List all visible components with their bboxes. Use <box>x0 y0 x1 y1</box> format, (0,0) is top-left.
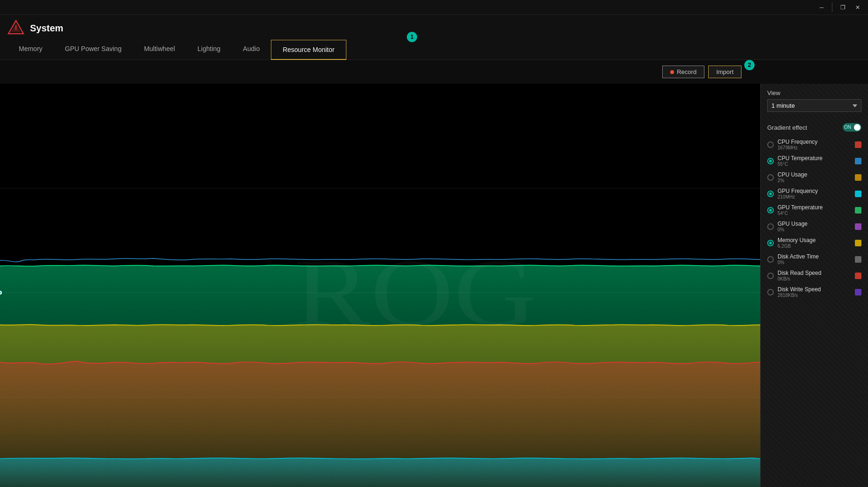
record-label: Record <box>677 68 696 75</box>
gradient-toggle[interactable]: ON <box>843 123 861 132</box>
metric-name-mem-usage: Memory Usage <box>778 237 851 244</box>
tab-audio[interactable]: Audio <box>232 39 271 59</box>
metric-value-cpu-freq: 1679MHz <box>778 145 851 150</box>
toolbar-row: Record Import <box>0 60 868 84</box>
metric-color-disk-active <box>855 256 861 263</box>
metric-info-disk-write: Disk Write Speed2818KB/s <box>778 286 851 298</box>
app-title-row: System <box>7 15 861 39</box>
metric-info-gpu-usage: GPU Usage0% <box>778 221 851 232</box>
minimize-button[interactable]: ─ <box>815 2 828 13</box>
restore-button[interactable]: ❐ <box>836 2 849 13</box>
metric-value-gpu-temp: 54°C <box>778 211 851 216</box>
metric-color-cpu-usage <box>855 174 861 181</box>
metric-value-disk-read: 0KB/s <box>778 276 851 281</box>
metric-info-gpu-freq: GPU Frequency210MHz <box>778 188 851 199</box>
tab-lighting[interactable]: Lighting <box>186 39 232 59</box>
right-panel: Settings View 1 minute 5 minutes 15 minu… <box>760 84 868 487</box>
metric-radio-cpu-temp[interactable] <box>767 158 774 164</box>
metric-name-disk-read: Disk Read Speed <box>778 270 851 276</box>
metric-color-cpu-temp <box>855 158 861 164</box>
metric-radio-disk-read[interactable] <box>767 273 774 279</box>
metric-radio-disk-active[interactable] <box>767 256 774 263</box>
chart-area: ROG 1 minute <box>0 84 760 487</box>
gradient-label: Gradient effect <box>767 124 807 131</box>
tab-resource-monitor[interactable]: Resource Monitor <box>271 40 346 60</box>
tab-multiwheel[interactable]: Multiwheel <box>133 39 186 59</box>
metric-color-gpu-freq <box>855 191 861 197</box>
metric-value-gpu-usage: 0% <box>778 227 851 232</box>
metric-value-disk-active: 0% <box>778 260 851 265</box>
view-select[interactable]: 1 minute 5 minutes 15 minutes 30 minutes <box>767 99 861 112</box>
metric-name-cpu-freq: CPU Frequency <box>778 139 851 145</box>
metric-info-cpu-freq: CPU Frequency1679MHz <box>778 139 851 150</box>
metric-radio-gpu-freq[interactable] <box>767 191 774 197</box>
window-controls: ─ ❐ ✕ <box>815 2 864 13</box>
metric-color-mem-usage <box>855 240 861 246</box>
main-layout: ROG 1 minute Settings View 1 minute 5 mi… <box>0 84 868 487</box>
metric-value-cpu-usage: 2% <box>778 178 851 183</box>
metric-row-cpu-usage: CPU Usage2% <box>767 169 861 185</box>
badge-2: 2 <box>744 60 755 70</box>
metric-color-cpu-freq <box>855 141 861 148</box>
metric-info-gpu-temp: GPU Temperature54°C <box>778 204 851 216</box>
toggle-thumb <box>854 124 861 131</box>
resource-chart: ROG <box>0 84 760 487</box>
metric-color-disk-read <box>855 273 861 279</box>
nav-tabs: Memory GPU Power Saving Multiwheel Light… <box>7 39 861 59</box>
rog-logo <box>7 20 24 37</box>
metric-name-disk-active: Disk Active Time <box>778 253 851 260</box>
titlebar-divider <box>832 2 832 12</box>
toggle-track[interactable]: ON <box>843 123 861 132</box>
record-button[interactable]: Record <box>662 66 704 78</box>
metric-radio-cpu-usage[interactable] <box>767 174 774 181</box>
metric-row-gpu-freq: GPU Frequency210MHz <box>767 185 861 202</box>
metric-radio-disk-write[interactable] <box>767 289 774 295</box>
metric-row-disk-active: Disk Active Time0% <box>767 251 861 267</box>
metric-color-gpu-temp <box>855 207 861 214</box>
metric-color-disk-write <box>855 289 861 295</box>
svg-text:ROG: ROG <box>294 239 537 346</box>
metric-info-cpu-usage: CPU Usage2% <box>778 171 851 183</box>
metric-info-cpu-temp: CPU Temperature55°C <box>778 155 851 167</box>
metric-name-gpu-temp: GPU Temperature <box>778 204 851 211</box>
panel-handle[interactable]: Settings <box>760 279 761 307</box>
badge-1: 1 <box>407 32 417 42</box>
metric-row-mem-usage: Memory Usage6.2GB <box>767 235 861 251</box>
metric-value-disk-write: 2818KB/s <box>778 293 851 298</box>
tab-memory[interactable]: Memory <box>7 39 54 59</box>
view-label: View <box>767 89 861 96</box>
import-button[interactable]: Import <box>708 66 741 78</box>
metric-value-cpu-temp: 55°C <box>778 162 851 167</box>
metric-row-cpu-temp: CPU Temperature55°C <box>767 153 861 169</box>
metric-radio-cpu-freq[interactable] <box>767 141 774 148</box>
metric-info-mem-usage: Memory Usage6.2GB <box>778 237 851 249</box>
metric-radio-gpu-usage[interactable] <box>767 223 774 230</box>
metric-row-gpu-temp: GPU Temperature54°C <box>767 202 861 218</box>
metric-value-gpu-freq: 210MHz <box>778 194 851 199</box>
metric-info-disk-active: Disk Active Time0% <box>778 253 851 265</box>
metric-radio-mem-usage[interactable] <box>767 240 774 246</box>
close-button[interactable]: ✕ <box>851 2 864 13</box>
metric-name-cpu-usage: CPU Usage <box>778 171 851 178</box>
metric-color-gpu-usage <box>855 223 861 230</box>
metric-name-disk-write: Disk Write Speed <box>778 286 851 293</box>
toggle-on-label: ON <box>844 125 851 130</box>
import-label: Import <box>716 68 733 75</box>
header: System Memory GPU Power Saving Multiwhee… <box>0 15 868 60</box>
metric-name-gpu-usage: GPU Usage <box>778 221 851 227</box>
metric-row-gpu-usage: GPU Usage0% <box>767 218 861 235</box>
metric-info-disk-read: Disk Read Speed0KB/s <box>778 270 851 281</box>
metric-row-disk-read: Disk Read Speed0KB/s <box>767 267 861 284</box>
titlebar: ─ ❐ ✕ <box>0 0 868 15</box>
gradient-row: Gradient effect ON <box>767 123 861 132</box>
record-dot-icon <box>670 70 674 74</box>
metrics-list: CPU Frequency1679MHzCPU Temperature55°CC… <box>767 136 861 300</box>
gradient-section: Gradient effect ON CPU Frequency1679MHzC… <box>761 118 868 306</box>
metric-radio-gpu-temp[interactable] <box>767 207 774 214</box>
app-title: System <box>30 23 63 34</box>
metric-row-cpu-freq: CPU Frequency1679MHz <box>767 136 861 153</box>
metric-value-mem-usage: 6.2GB <box>778 244 851 249</box>
metric-name-cpu-temp: CPU Temperature <box>778 155 851 162</box>
tab-gpu-power-saving[interactable]: GPU Power Saving <box>54 39 133 59</box>
metric-name-gpu-freq: GPU Frequency <box>778 188 851 194</box>
